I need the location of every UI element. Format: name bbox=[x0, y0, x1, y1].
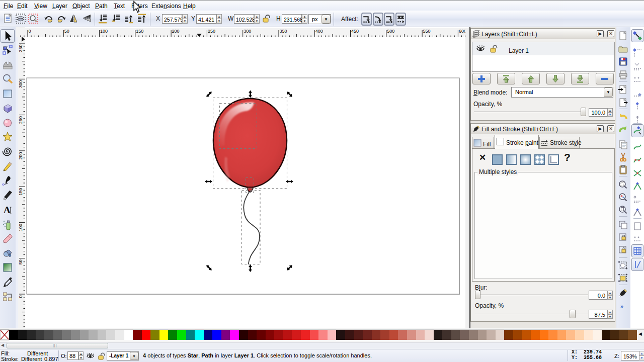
svg-text:0: 0 bbox=[29, 29, 31, 34]
svg-text:50: 50 bbox=[18, 259, 23, 264]
svg-text:350: 350 bbox=[280, 29, 287, 34]
svg-text:200: 200 bbox=[172, 29, 180, 34]
svg-text:350: 350 bbox=[18, 45, 23, 52]
svg-text:150: 150 bbox=[136, 29, 143, 34]
svg-text:250: 250 bbox=[18, 116, 23, 124]
svg-text:0: 0 bbox=[18, 296, 23, 298]
svg-text:150: 150 bbox=[18, 188, 23, 196]
svg-text:500: 500 bbox=[387, 29, 394, 34]
svg-text:100: 100 bbox=[18, 224, 23, 231]
svg-text:550: 550 bbox=[423, 29, 431, 34]
svg-text:300: 300 bbox=[18, 80, 23, 88]
svg-text:250: 250 bbox=[208, 29, 215, 34]
svg-text:300: 300 bbox=[244, 29, 251, 34]
svg-text:200: 200 bbox=[18, 152, 23, 159]
svg-text:400: 400 bbox=[315, 29, 323, 34]
svg-text:A: A bbox=[4, 205, 11, 215]
svg-text:450: 450 bbox=[351, 29, 359, 34]
svg-text:100: 100 bbox=[100, 29, 108, 34]
svg-text:50: 50 bbox=[64, 29, 69, 34]
